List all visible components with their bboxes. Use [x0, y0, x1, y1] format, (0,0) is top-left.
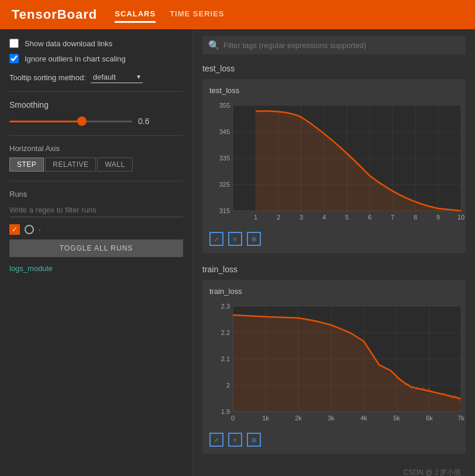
tooltip-select[interactable]: default ascending descending nearest [91, 71, 143, 83]
svg-text:7: 7 [391, 214, 394, 221]
svg-text:2.2: 2.2 [221, 329, 230, 336]
train-loss-card: train_loss [202, 280, 466, 454]
svg-text:345: 345 [219, 128, 230, 135]
train-loss-chart-title: train_loss [209, 287, 459, 296]
smoothing-value: 0.6 [138, 117, 156, 126]
sidebar: Show data download links Ignore outliers… [0, 29, 193, 476]
train-loss-expand-button[interactable]: ⤢ [209, 433, 223, 447]
haxis-step-button[interactable]: STEP [9, 157, 44, 172]
divider-1 [9, 91, 183, 92]
haxis-wall-button[interactable]: WALL [97, 157, 132, 172]
svg-text:5: 5 [345, 214, 349, 221]
divider-3 [9, 181, 183, 182]
test-loss-chart-title: test_loss [209, 86, 459, 95]
svg-text:2.1: 2.1 [221, 355, 230, 362]
svg-text:0: 0 [231, 415, 235, 422]
svg-text:10: 10 [457, 214, 464, 221]
svg-text:325: 325 [219, 181, 230, 188]
smoothing-row: 0.6 [9, 117, 183, 126]
svg-text:4: 4 [322, 214, 326, 221]
run-color-circle [25, 225, 34, 234]
smoothing-slider[interactable] [9, 121, 132, 122]
header: TensorBoard SCALARS TIME SERIES [0, 0, 475, 29]
test-loss-section-label: test_loss [202, 64, 466, 73]
svg-text:8: 8 [414, 214, 417, 221]
nav-time-series[interactable]: TIME SERIES [170, 6, 224, 23]
test-loss-section: test_loss test_loss [202, 64, 466, 253]
svg-text:5k: 5k [393, 415, 400, 422]
show-download-checkbox[interactable] [9, 39, 19, 48]
svg-text:2: 2 [226, 382, 230, 389]
svg-text:1.9: 1.9 [221, 408, 230, 415]
svg-text:1k: 1k [262, 415, 269, 422]
svg-text:6: 6 [368, 214, 371, 221]
search-icon: 🔍 [208, 40, 220, 51]
test-loss-toolbar: ⤢ ≡ ⊞ [209, 232, 459, 246]
run-item: · [9, 224, 183, 235]
smoothing-section: Smoothing 0.6 [9, 100, 183, 126]
svg-text:2: 2 [277, 214, 280, 221]
haxis-label: Horizontal Axis [9, 144, 183, 153]
svg-text:7k: 7k [457, 415, 464, 422]
run-dot: · [39, 225, 41, 234]
test-loss-card: test_loss [202, 79, 466, 253]
svg-text:315: 315 [219, 207, 230, 214]
haxis-section: Horizontal Axis STEP RELATIVE WALL [9, 144, 183, 172]
test-loss-expand-button[interactable]: ⤢ [209, 232, 223, 246]
smoothing-label: Smoothing [9, 100, 183, 109]
svg-text:2.3: 2.3 [221, 303, 230, 310]
divider-2 [9, 135, 183, 136]
runs-label: Runs [9, 190, 183, 198]
ignore-outliers-checkbox[interactable] [9, 54, 19, 63]
filter-bar: 🔍 [202, 36, 466, 54]
watermark: CSDN @ J 罗小黑 [202, 465, 466, 476]
app-logo: TensorBoard [12, 7, 97, 22]
run-checkbox[interactable] [9, 224, 20, 235]
main-layout: Show data download links Ignore outliers… [0, 29, 475, 476]
runs-section: Runs · TOGGLE ALL RUNS logs_module [9, 190, 183, 273]
train-loss-chart: 2.3 2.2 2.1 2 1.9 0 1k 2k 3k 4k 5k 6k 7k [209, 300, 467, 429]
tag-filter-input[interactable] [223, 41, 460, 50]
tooltip-select-wrapper: default ascending descending nearest [91, 71, 143, 83]
tooltip-label: Tooltip sorting method: [9, 73, 86, 82]
ignore-outliers-label: Ignore outliers in chart scaling [25, 54, 126, 63]
show-download-label: Show data download links [25, 39, 112, 48]
run-link[interactable]: logs_module [9, 264, 53, 273]
test-loss-chart: 355 345 335 325 315 1 2 3 4 5 6 7 8 9 10 [209, 100, 467, 228]
train-loss-pin-button[interactable]: ⊞ [247, 433, 261, 447]
test-loss-data-button[interactable]: ≡ [228, 232, 242, 246]
svg-text:9: 9 [436, 214, 440, 221]
svg-text:3: 3 [300, 214, 303, 221]
svg-text:355: 355 [219, 102, 230, 109]
ignore-outliers-row: Ignore outliers in chart scaling [9, 54, 183, 63]
train-loss-section-label: train_loss [202, 265, 466, 274]
test-loss-pin-button[interactable]: ⊞ [247, 232, 261, 246]
svg-text:3k: 3k [328, 415, 335, 422]
svg-text:335: 335 [219, 155, 230, 162]
haxis-relative-button[interactable]: RELATIVE [45, 157, 96, 172]
nav-scalars[interactable]: SCALARS [115, 6, 156, 23]
svg-text:2k: 2k [295, 415, 302, 422]
runs-filter-input[interactable] [9, 203, 183, 217]
haxis-buttons: STEP RELATIVE WALL [9, 157, 183, 172]
show-download-row: Show data download links [9, 39, 183, 48]
train-loss-toolbar: ⤢ ≡ ⊞ [209, 433, 459, 447]
train-loss-data-button[interactable]: ≡ [228, 433, 242, 447]
svg-text:6k: 6k [426, 415, 433, 422]
svg-text:4k: 4k [360, 415, 367, 422]
tooltip-row: Tooltip sorting method: default ascendin… [9, 71, 183, 83]
toggle-all-runs-button[interactable]: TOGGLE ALL RUNS [9, 239, 183, 257]
main-content: 🔍 test_loss test_loss [193, 29, 475, 476]
train-loss-section: train_loss train_loss [202, 265, 466, 454]
main-nav: SCALARS TIME SERIES [115, 6, 224, 23]
svg-text:1: 1 [254, 214, 257, 221]
